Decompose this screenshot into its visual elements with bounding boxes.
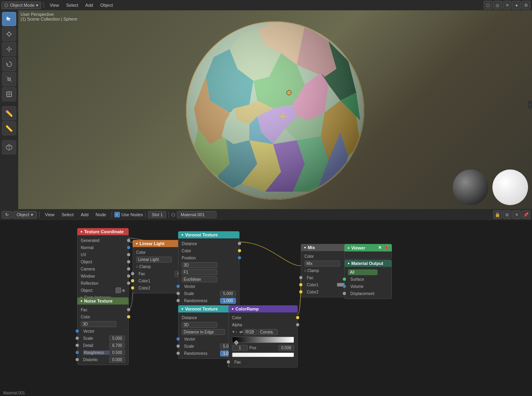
annotate-tool-btn[interactable]: ✏️ xyxy=(2,106,16,120)
tc-object-pick[interactable]: ⊕ xyxy=(122,288,125,293)
viewer-node[interactable]: ● Viewer ✕ 📌 xyxy=(344,244,392,259)
node-editor: ↻ Object ▾ View Select Add Node ✓ Use No… xyxy=(0,209,532,396)
material-sphere-icon: ⬡ xyxy=(171,212,175,217)
node-canvas[interactable]: ● Texture Coordinate Generated Normal UV… xyxy=(0,220,532,396)
material-output-node[interactable]: ● Material Output All Surface Volume Dis… xyxy=(344,260,392,299)
noise-texture-node[interactable]: ● Noise Texture Fac Color 3D Vector xyxy=(77,297,129,365)
svg-point-0 xyxy=(8,32,11,36)
ll-type-dropdown[interactable]: Linear Light xyxy=(136,257,172,263)
viewer-pin[interactable]: 📌 xyxy=(383,245,389,250)
linear-light-title: Linear Light xyxy=(139,241,164,246)
noise-scale-value[interactable]: 5.000 xyxy=(109,335,125,341)
rotate-tool-btn[interactable] xyxy=(2,57,16,71)
add-cube-btn[interactable] xyxy=(2,140,16,154)
mix-fac-socket xyxy=(299,276,302,279)
menu-select[interactable]: Select xyxy=(63,2,82,8)
cr-pos-value[interactable]: 0.008 xyxy=(278,345,294,351)
move-tool-btn[interactable] xyxy=(2,42,16,56)
select-tool-btn[interactable] xyxy=(2,12,16,26)
pin-icon[interactable]: 📌 xyxy=(522,210,530,219)
mout-all-dropdown[interactable]: All xyxy=(348,269,378,275)
voronoi-texture-1-node[interactable]: ● Voronoi Texture Distance Color Positio… xyxy=(178,231,239,306)
menu-view[interactable]: View xyxy=(46,2,62,8)
v2-scale-socket xyxy=(177,345,180,348)
viewport-overlay-icon[interactable]: ◎ xyxy=(493,1,502,10)
settings-icon[interactable]: ⚙ xyxy=(522,1,530,10)
noise-dim-dropdown[interactable]: 3D xyxy=(81,321,116,327)
noise-vector-socket xyxy=(76,329,79,333)
mix-type-dropdown[interactable]: Mix xyxy=(304,261,340,267)
cr-mode-dropdown[interactable]: RGB xyxy=(243,329,257,335)
viewer-close[interactable]: ✕ xyxy=(378,245,382,250)
voronoi1-body: Distance Color Position 3D F1 xyxy=(178,238,239,306)
mode-label: Object Mode xyxy=(10,3,34,8)
noise-distortion-value[interactable]: 0.000 xyxy=(109,357,125,363)
v1-scale-value[interactable]: 5.000 xyxy=(220,291,236,297)
noise-color-out: Color xyxy=(78,313,128,320)
menu-object[interactable]: Object xyxy=(97,2,116,8)
mode-icon: ⬡ xyxy=(4,3,8,8)
material-picker: ⬡ Material.001 xyxy=(171,211,217,218)
v1-vector-row: Vector xyxy=(179,283,239,290)
cr-gradient-bar[interactable] xyxy=(232,337,294,343)
noise-detail-value[interactable]: 6.700 xyxy=(109,343,125,348)
menu-add[interactable]: Add xyxy=(82,2,97,8)
v1-vector-socket xyxy=(177,285,180,288)
protect-icon[interactable]: 🔒 xyxy=(493,210,502,219)
gizmo-icon[interactable]: ✕ xyxy=(503,1,511,10)
node-editor-menubar: ↻ Object ▾ View Select Add Node ✓ Use No… xyxy=(0,209,532,220)
cr-interp-dropdown[interactable]: Consta. xyxy=(258,329,278,335)
v1-distance-dropdown[interactable]: Euclidean xyxy=(182,276,217,282)
texture-coord-title: Texture Coordinate xyxy=(84,229,124,234)
node-menu-select[interactable]: Select xyxy=(58,211,77,218)
v1-feature-dropdown[interactable]: F1 xyxy=(182,269,217,275)
3d-viewport[interactable]: ⬡ Object Mode ▾ View Select Add Object ⬡… xyxy=(0,0,532,209)
cr-fac-in: Fac xyxy=(229,358,297,366)
mix-clamp-check: □ xyxy=(304,269,306,272)
v1-position-socket xyxy=(238,256,241,259)
node-menu-add[interactable]: Add xyxy=(78,211,92,218)
material-name-field[interactable]: Material.001 xyxy=(177,211,217,218)
noise-scale-row: Scale 5.000 xyxy=(78,335,128,342)
texture-coord-header: ● Texture Coordinate xyxy=(77,228,129,235)
color-ramp-node[interactable]: ● ColorRamp Color Alpha + - ⇄ RGB xyxy=(228,305,298,367)
noise-roughness-value[interactable]: 0.500 xyxy=(109,350,125,356)
use-nodes-toggle[interactable]: ✓ Use Nodes xyxy=(114,212,143,217)
use-nodes-label: Use Nodes xyxy=(122,212,143,217)
right-collapse-arrow[interactable]: › xyxy=(528,101,532,109)
cr-add-stop[interactable]: + xyxy=(232,329,235,335)
noise-fac-out: Fac xyxy=(78,306,128,313)
slot-dropdown[interactable]: Slot 1 xyxy=(148,211,166,218)
tc-window: Window xyxy=(78,272,128,280)
v2-randomness-socket xyxy=(177,352,180,355)
close-material-icon[interactable]: ✕ xyxy=(512,210,521,219)
sep5 xyxy=(169,211,169,218)
scale-tool-btn[interactable] xyxy=(2,72,16,86)
node-menu-view[interactable]: View xyxy=(42,211,58,218)
node-mode-btn[interactable]: ↻ xyxy=(2,211,12,219)
v2-feature-dropdown[interactable]: Distance to Edge xyxy=(182,329,225,335)
v1-randomness-value[interactable]: 1.000 xyxy=(220,298,236,304)
copy-icon[interactable]: ⧉ xyxy=(503,210,511,219)
v2-dim-dropdown[interactable]: 3D xyxy=(182,322,217,328)
node-menu-node[interactable]: Node xyxy=(93,211,109,218)
node-object-btn[interactable]: Object ▾ xyxy=(13,211,37,219)
tc-normal-socket xyxy=(127,246,130,249)
noise-roughness-row: Roughness 0.500 xyxy=(78,349,128,356)
v1-dim-dropdown[interactable]: 3D xyxy=(182,262,217,268)
tc-object-input[interactable] xyxy=(116,287,121,293)
viewport-shading-icon[interactable]: ⬡ xyxy=(484,1,492,10)
object-mode-dropdown[interactable]: ⬡ Object Mode ▾ xyxy=(2,2,41,9)
transform-tool-btn[interactable] xyxy=(2,87,16,101)
cursor-tool-btn[interactable] xyxy=(2,27,16,41)
cr-stop-index[interactable]: 1 xyxy=(232,345,248,351)
cr-flip[interactable]: ⇄ xyxy=(239,330,243,334)
texture-coordinate-node[interactable]: ● Texture Coordinate Generated Normal UV… xyxy=(77,228,129,303)
render-icon[interactable]: ● xyxy=(512,1,521,10)
use-nodes-checkbox[interactable]: ✓ xyxy=(114,212,120,217)
measure-tool-btn[interactable]: 📏 xyxy=(2,121,16,135)
cr-minus-stop[interactable]: - xyxy=(236,329,237,335)
mout-displacement-row: Displacement xyxy=(345,290,391,297)
tc-generated-socket xyxy=(127,239,130,242)
sep4 xyxy=(145,211,146,218)
